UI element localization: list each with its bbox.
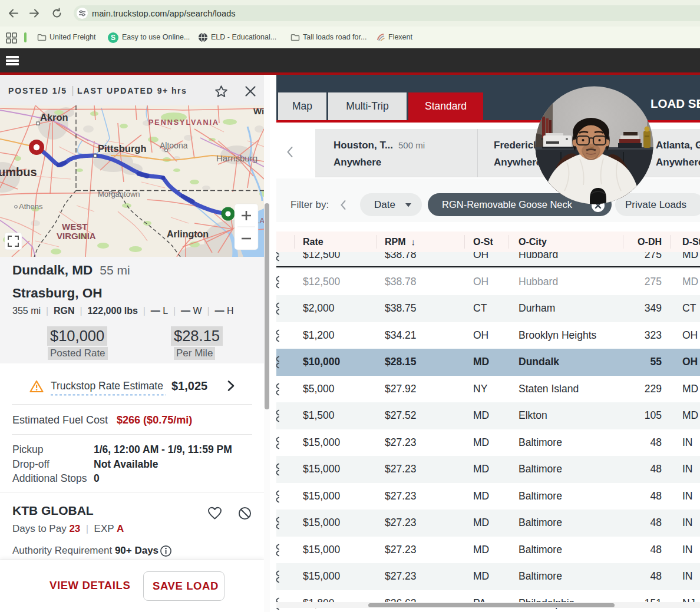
svg-text:Arlington: Arlington (167, 229, 209, 239)
svg-text:PENNSYLVANIA: PENNSYLVANIA (148, 118, 219, 127)
svg-text:umbus: umbus (0, 166, 37, 178)
svg-text:Altoona: Altoona (160, 141, 188, 150)
svg-text:WEST: WEST (62, 221, 87, 231)
svg-text:Harrisburg: Harrisburg (216, 153, 257, 163)
svg-text:Akron: Akron (40, 112, 68, 123)
svg-text:Wil: Wil (253, 106, 264, 116)
svg-text:Pittsburgh: Pittsburgh (98, 143, 147, 154)
svg-text:Athens: Athens (19, 202, 43, 211)
svg-text:VIRGINIA: VIRGINIA (57, 231, 96, 241)
svg-text:Morgantown: Morgantown (98, 190, 140, 199)
